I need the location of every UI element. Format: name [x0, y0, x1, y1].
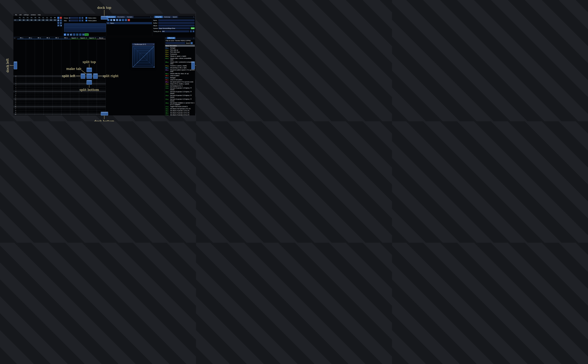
tab-song-info[interactable]: Song Info: [154, 16, 163, 18]
pattern-cell[interactable]: [61, 102, 70, 104]
pattern-cell[interactable]: [79, 108, 88, 110]
pattern-cell[interactable]: [70, 111, 79, 113]
effect-row[interactable]: 09xxSet groove pattern (speed 1 if no gr…: [165, 69, 195, 72]
order-cell[interactable]: 00: [22, 20, 26, 21]
order-duplicate-button[interactable]: [57, 19, 59, 21]
poly-toggle-button[interactable]: Poly: [85, 33, 89, 36]
pattern-cell[interactable]: [61, 81, 70, 83]
effect-row[interactable]: 13xxSet level of operator 2 (0 highest, …: [165, 91, 195, 94]
effect-row[interactable]: 0BxxJump to pattern: [165, 75, 195, 77]
pattern-cell[interactable]: [79, 113, 88, 115]
pattern-cell[interactable]: [79, 94, 88, 96]
pattern-cell[interactable]: [61, 96, 70, 98]
pattern-cell[interactable]: [97, 108, 106, 110]
pattern-cell[interactable]: [44, 81, 53, 83]
pattern-cell[interactable]: [53, 111, 61, 113]
instrument-duplicate-button[interactable]: [110, 19, 112, 21]
channel-header[interactable]: Square 1: [70, 37, 79, 39]
instrument-move-down-button[interactable]: ↓: [125, 19, 127, 21]
pattern-cell[interactable]: [53, 113, 61, 115]
dock-left-target[interactable]: [14, 61, 17, 69]
pattern-cell[interactable]: [44, 91, 53, 92]
pattern-cell[interactable]: [17, 83, 26, 84]
pattern-cell[interactable]: [26, 98, 35, 100]
pattern-cell[interactable]: [26, 75, 35, 77]
pattern-cell[interactable]: [97, 96, 106, 98]
pattern-cell[interactable]: [26, 96, 35, 98]
pattern-cell[interactable]: [44, 96, 53, 98]
pattern-cell[interactable]: [26, 113, 35, 115]
tuning-minus-button[interactable]: -: [190, 30, 192, 32]
pattern-cell[interactable]: [35, 98, 44, 100]
pattern-cell[interactable]: [26, 115, 35, 116]
effect-row[interactable]: 1BxxSet attack of operator 2 (0 to 1F): [165, 112, 195, 114]
pattern-cell[interactable]: [44, 108, 53, 110]
pattern-cell[interactable]: [26, 108, 35, 110]
tab-speed[interactable]: Speed: [172, 16, 178, 18]
pattern-cell[interactable]: [70, 81, 79, 83]
pattern-cell[interactable]: [79, 111, 88, 113]
pattern-cell[interactable]: [35, 79, 44, 81]
pattern-cell[interactable]: [44, 92, 53, 94]
pattern-cell[interactable]: [53, 89, 61, 90]
pattern-cell[interactable]: [97, 110, 106, 111]
pattern-cell[interactable]: [26, 104, 35, 106]
pattern-cell[interactable]: [26, 85, 35, 87]
pattern-cell[interactable]: [35, 83, 44, 84]
pattern-cell[interactable]: [61, 98, 70, 100]
pattern-cell[interactable]: [53, 94, 61, 96]
hamburger-menu-button[interactable]: ≡: [191, 42, 193, 44]
pattern-cell[interactable]: [53, 104, 61, 106]
menu-help[interactable]: help: [37, 14, 42, 16]
effect-row[interactable]: 04xyVibrato (x: speed; y: depth): [165, 55, 195, 57]
pattern-cell[interactable]: [17, 102, 26, 104]
pattern-cell[interactable]: [35, 91, 44, 92]
step-plus-button[interactable]: +: [81, 20, 83, 22]
order-cell[interactable]: 00: [33, 20, 37, 21]
pattern-cell[interactable]: [53, 110, 61, 111]
pattern-cell[interactable]: [88, 92, 97, 94]
pattern-cell[interactable]: [70, 89, 79, 90]
pattern-cell[interactable]: [88, 100, 97, 102]
pattern-cell[interactable]: [70, 100, 79, 102]
pattern-cell[interactable]: [88, 104, 97, 106]
effect-row[interactable]: 0CxxRetrigger: [165, 77, 195, 79]
order-cell[interactable]: 00: [49, 20, 53, 21]
effect-row[interactable]: 02xxPitch slide down: [165, 51, 195, 53]
effect-row[interactable]: 19xxSet attack of all operators (0 to 1F…: [165, 108, 195, 110]
order-cell[interactable]: 00: [18, 20, 22, 21]
pattern-cell[interactable]: [17, 79, 26, 81]
tab-subsongs[interactable]: Subsongs: [163, 16, 172, 18]
make-tab-target[interactable]: [86, 73, 92, 79]
pattern-cell[interactable]: [44, 106, 53, 108]
pattern-cell[interactable]: [53, 92, 61, 94]
pattern-cell[interactable]: [17, 100, 26, 102]
oscilloscope-titlebar[interactable]: ▼ Oscilloscope (X-Y) ×: [132, 43, 155, 46]
channel-header[interactable]: FM 5: [53, 37, 61, 39]
order-cell[interactable]: 00: [53, 20, 57, 21]
pattern-cell[interactable]: [17, 111, 26, 113]
split-top-target[interactable]: [86, 68, 92, 72]
effect-row[interactable]: 08xySet panning (x: left; y: right): [165, 67, 195, 69]
pattern-cell[interactable]: [70, 110, 79, 111]
split-bottom-target[interactable]: [86, 80, 92, 84]
pattern-cell[interactable]: [26, 81, 35, 83]
pattern-cell[interactable]: [35, 100, 44, 102]
effect-row[interactable]: 0DxxJump to next pattern: [165, 79, 195, 81]
pattern-cell[interactable]: [17, 98, 26, 100]
menu-file[interactable]: file: [14, 14, 18, 16]
name-field[interactable]: [158, 19, 195, 21]
pattern-cell[interactable]: [17, 92, 26, 94]
pattern-cell[interactable]: [61, 106, 70, 108]
pattern-cell[interactable]: [70, 104, 79, 106]
pattern-cell[interactable]: [88, 96, 97, 98]
pattern-cell[interactable]: [35, 115, 44, 116]
collapse-icon[interactable]: ▼: [152, 17, 154, 17]
pattern-cell[interactable]: [26, 94, 35, 96]
effect-row[interactable]: 11xxSet feedback (0 to 7): [165, 85, 195, 87]
pattern-cell[interactable]: [17, 110, 26, 111]
pattern-cell[interactable]: [35, 81, 44, 83]
pattern-cell[interactable]: [70, 91, 79, 92]
pattern-cell[interactable]: [70, 98, 79, 100]
pattern-cell[interactable]: [53, 81, 61, 83]
